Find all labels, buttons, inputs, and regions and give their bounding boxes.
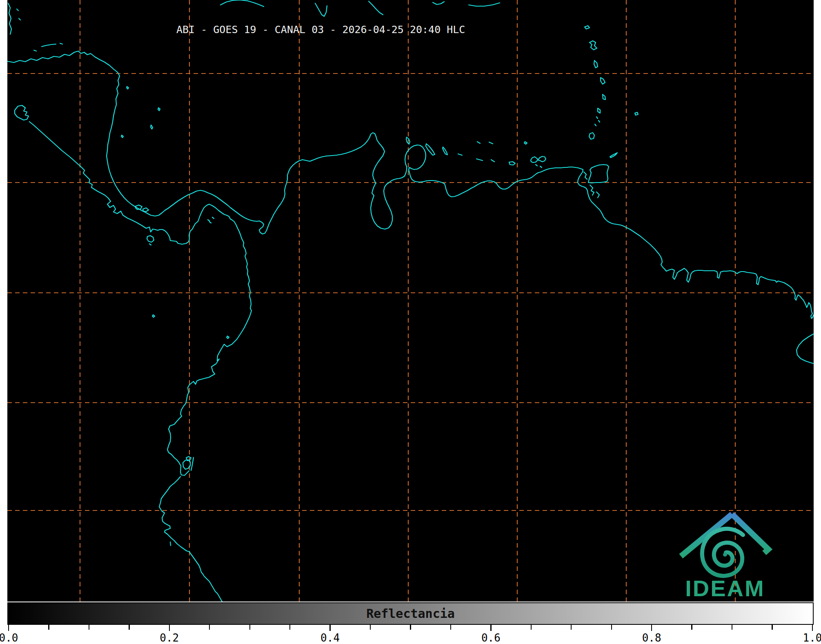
coastline-path xyxy=(220,0,264,7)
ideam-logo: IDEAM xyxy=(674,510,778,603)
colorbar-tick xyxy=(732,625,732,630)
coastline-path xyxy=(489,142,493,144)
coastline-path xyxy=(469,3,500,6)
coastline-path xyxy=(797,334,813,363)
coastline-path xyxy=(7,51,385,234)
colorbar-tick xyxy=(611,625,612,630)
colorbar-tick xyxy=(691,625,692,630)
colorbar-label: Reflectancia xyxy=(8,606,813,621)
colorbar-tick xyxy=(370,625,371,630)
coastline-path xyxy=(227,336,229,339)
coastline-path xyxy=(369,1,383,15)
colorbar-tick xyxy=(209,625,210,630)
coastline-path xyxy=(143,208,149,212)
colorbar-tick xyxy=(48,625,49,630)
coastline-path xyxy=(509,162,515,165)
coastline-path xyxy=(149,244,151,245)
colorbar-tick xyxy=(410,625,411,630)
coastline-path xyxy=(590,41,597,50)
coastline-path xyxy=(191,457,194,470)
coastline-path xyxy=(159,477,222,602)
swirl-eye-dot xyxy=(723,553,727,557)
colorbar-tick xyxy=(169,625,170,631)
logo-roof-icon xyxy=(681,514,768,556)
coastline-path xyxy=(584,172,587,179)
coastline-path xyxy=(426,144,435,155)
coastline-path xyxy=(15,105,29,120)
coastline-path xyxy=(477,142,480,143)
coastline-path xyxy=(209,222,211,223)
coastline-path xyxy=(635,112,638,115)
coastline-path xyxy=(17,9,18,11)
coastline-path xyxy=(601,78,605,84)
satellite-figure: ABI - GOES 19 - CANAL 03 - 2026-04-25 20… xyxy=(0,0,821,644)
coastline-path xyxy=(599,120,600,122)
coastline-path xyxy=(186,457,191,461)
image-title: ABI - GOES 19 - CANAL 03 - 2026-04-25 20… xyxy=(176,24,465,36)
colorbar-tick-label: 0.0 xyxy=(0,632,18,644)
coastline-path xyxy=(536,165,537,166)
coastline-path xyxy=(121,135,123,138)
colorbar-tick-label: 0.2 xyxy=(160,632,179,644)
logo-hurricane-swirl-icon xyxy=(702,529,743,576)
colorbar-tick-label: 0.8 xyxy=(642,632,661,644)
coastline-path xyxy=(60,43,62,44)
coastline-path xyxy=(540,166,542,167)
coastline-path xyxy=(610,153,617,158)
colorbar-tick xyxy=(89,625,89,630)
coastline-path xyxy=(595,124,596,126)
colorbar-tick xyxy=(531,625,532,630)
coastline-path xyxy=(476,159,483,160)
coastline-path xyxy=(34,50,36,51)
coastline-path xyxy=(588,165,609,183)
coastline-path xyxy=(590,185,594,195)
coastline-path xyxy=(183,460,190,469)
colorbar-tick xyxy=(289,625,290,630)
coastline-path xyxy=(433,2,444,4)
coastline-path xyxy=(596,192,599,198)
logo-text: IDEAM xyxy=(685,575,765,601)
coastline-path xyxy=(170,542,171,546)
colorbar-tick xyxy=(450,625,451,630)
colorbar-tick xyxy=(249,625,250,630)
coastline-path xyxy=(127,87,129,89)
coastline-path xyxy=(19,18,20,20)
colorbar-tick xyxy=(129,625,129,630)
colorbar-tick xyxy=(8,625,9,631)
coastline-path xyxy=(524,142,527,144)
coastline-path xyxy=(158,108,160,111)
colorbar-tick xyxy=(772,625,772,630)
coastline-path xyxy=(212,217,214,218)
colorbar-tick xyxy=(490,625,491,631)
coastline-path xyxy=(596,117,598,118)
coastline-path xyxy=(371,183,392,229)
colorbar-tick-label: 0.4 xyxy=(320,632,340,644)
coastline-path xyxy=(147,236,154,242)
coastline-path xyxy=(151,125,153,129)
colorbar-tick-label: 1.0 xyxy=(803,632,821,644)
colorbar-tick xyxy=(571,625,572,630)
reflectance-colorbar: Reflectancia xyxy=(7,602,814,625)
coastline-path xyxy=(491,160,494,162)
coastline-path xyxy=(585,26,590,29)
coastline-path xyxy=(208,220,209,221)
coastline-path xyxy=(594,60,598,68)
colorbar-tick-label: 0.6 xyxy=(481,632,501,644)
colorbar-tick xyxy=(329,625,330,631)
coastline-path xyxy=(603,94,605,100)
coastline-path xyxy=(458,154,462,155)
coastline-path xyxy=(598,108,600,113)
colorbar-tick xyxy=(651,625,652,631)
coastline-path xyxy=(42,44,56,47)
coastline-path xyxy=(531,156,546,163)
coastline-path xyxy=(8,3,11,34)
coastline-path xyxy=(152,315,155,317)
coastline-path xyxy=(589,133,594,139)
coastline-path xyxy=(29,122,251,475)
colorbar-tick xyxy=(812,625,813,631)
coastline-path xyxy=(315,3,327,16)
coastline-path xyxy=(443,147,447,155)
